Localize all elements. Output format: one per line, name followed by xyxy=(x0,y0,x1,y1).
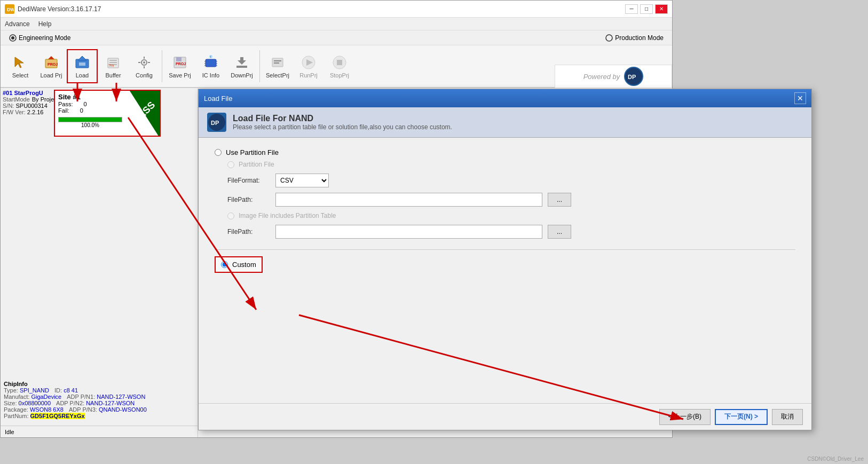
logo-area: Powered by DP xyxy=(555,65,672,88)
browse1-button[interactable]: ... xyxy=(548,193,571,207)
engineering-mode-radio[interactable]: Engineering Mode xyxy=(9,34,70,42)
stop-prj-icon xyxy=(331,54,348,71)
use-partition-radio-row: Use Partition File xyxy=(215,148,795,156)
dialog-header-icon: DP xyxy=(207,113,226,132)
use-partition-radio[interactable] xyxy=(215,149,222,156)
select-prj-label: SelectPrj xyxy=(266,72,289,78)
custom-option-wrapper: Custom xyxy=(215,256,795,273)
save-prj-button[interactable]: PROJ Save Prj xyxy=(164,49,195,83)
filepath1-row: FilePath: ... xyxy=(227,193,795,207)
next-button[interactable]: 下一页(N) > xyxy=(715,409,768,425)
run-prj-label: RunPrj xyxy=(299,72,318,78)
save-prj-icon: PROJ xyxy=(171,54,188,71)
dialog-title-bar: Load File ✕ xyxy=(199,89,811,107)
start-mode-row: StartMode By Project xyxy=(3,96,59,103)
config-button[interactable]: Config xyxy=(129,49,160,83)
svg-text:?rn: ?rn xyxy=(108,64,114,67)
sn-row: S/N: SPU000314 xyxy=(3,103,59,109)
config-label: Config xyxy=(136,72,153,78)
brand-icon: DP xyxy=(624,67,643,86)
back-button[interactable]: < 上一步(B) xyxy=(659,409,711,425)
start-mode-label: StartMode xyxy=(3,96,30,103)
chip-row-4: Package: WSON8 6X8 ADP P/N3: QNAND-WSON0… xyxy=(4,406,194,413)
use-partition-label: Use Partition File xyxy=(226,148,279,156)
menu-advance[interactable]: Advance xyxy=(5,20,30,28)
svg-point-4 xyxy=(606,35,612,41)
dialog-close-button[interactable]: ✕ xyxy=(794,92,806,104)
pkg-val: WSON8 6X8 xyxy=(30,406,64,413)
svg-rect-37 xyxy=(236,66,247,68)
fail-val: 0 xyxy=(80,107,83,114)
fw-val: 2.2.16 xyxy=(27,109,44,115)
dialog-header-subtitle: Please select a partition table file or … xyxy=(233,123,452,131)
image-file-sub-option: Image File includes Partition Table xyxy=(227,212,795,219)
fail-label: Fail: xyxy=(58,107,69,114)
id-val: c8 41 xyxy=(64,387,78,394)
svg-rect-36 xyxy=(240,57,243,61)
load-prj-label: Load Prj xyxy=(41,72,62,78)
left-panel: #01 StarProgU StartMode By Project S/N: … xyxy=(1,89,198,437)
engineering-mode-label: Engineering Mode xyxy=(19,34,70,42)
sn-val: SPU000314 xyxy=(15,103,47,109)
separator xyxy=(215,249,795,250)
dialog-body: Use Partition File Partition File FileFo… xyxy=(199,138,811,284)
load-icon xyxy=(74,54,91,71)
svg-rect-26 xyxy=(206,59,216,67)
svg-rect-11 xyxy=(79,62,85,66)
production-mode-radio[interactable]: Production Mode xyxy=(605,34,664,42)
down-prj-button[interactable]: DownPrj xyxy=(226,49,257,83)
progress-text: 100.0% xyxy=(58,122,122,128)
custom-radio[interactable] xyxy=(221,261,228,268)
browse2-button[interactable]: ... xyxy=(548,225,571,239)
pass-val: 0 xyxy=(84,101,87,107)
star-prog-info: #01 StarProgU StartMode By Project S/N: … xyxy=(3,90,59,115)
buffer-button[interactable]: ?rn Buffer xyxy=(98,49,129,83)
pkg-label: Package: xyxy=(4,406,28,413)
chip-row-2: Manufact: GigaDevice ADP P/N1: NAND-127-… xyxy=(4,394,194,400)
svg-point-18 xyxy=(143,61,145,64)
filepath2-input[interactable] xyxy=(275,225,542,239)
toolbar-divider-2 xyxy=(259,50,260,82)
load-file-dialog: Load File ✕ DP Load File For NAND Please… xyxy=(198,89,812,430)
filepath2-row: FilePath: ... xyxy=(227,225,795,239)
select-icon xyxy=(12,54,29,71)
star-prog-title: #01 StarProgU xyxy=(3,90,59,96)
partition-file-sub-option: Partition File xyxy=(227,161,795,168)
app-icon: DW xyxy=(5,4,14,14)
svg-rect-44 xyxy=(337,60,342,65)
main-toolbar: Select PROJ Load Prj xyxy=(1,45,672,88)
filepath1-input[interactable] xyxy=(275,193,542,207)
chip-row-1: Type: SPI_NAND ID: c8 41 xyxy=(4,387,194,394)
adp1-val: NAND-127-WSON xyxy=(97,394,145,400)
buffer-label: Buffer xyxy=(105,72,121,78)
svg-rect-24 xyxy=(176,57,182,61)
pass-label: Pass: xyxy=(58,101,73,107)
chip-info-section: ChipInfo Type: SPI_NAND ID: c8 41 Manufa… xyxy=(1,379,198,421)
fileformat-select[interactable]: CSV JSON XML xyxy=(275,174,329,187)
type-val: SPI_NAND xyxy=(20,387,49,394)
svg-text:DP: DP xyxy=(211,120,219,126)
run-prj-button[interactable]: RunPrj xyxy=(293,49,324,83)
config-icon xyxy=(136,54,153,71)
cancel-button[interactable]: 取消 xyxy=(772,409,803,425)
select-prj-icon xyxy=(269,54,286,71)
custom-label: Custom xyxy=(232,261,256,269)
select-button[interactable]: Select xyxy=(5,49,36,83)
close-button[interactable]: ✕ xyxy=(655,4,668,14)
svg-rect-39 xyxy=(274,60,281,61)
load-button[interactable]: Load xyxy=(67,49,98,83)
menu-help[interactable]: Help xyxy=(38,20,52,28)
ic-info-button[interactable]: i IC Info xyxy=(195,49,226,83)
run-prj-icon xyxy=(300,54,317,71)
stop-prj-button[interactable]: StopPrj xyxy=(324,49,355,83)
partition-file-radio[interactable] xyxy=(227,161,234,168)
chip-row-3: Size: 0x08800000 ADP P/N2: NAND-127-WSON xyxy=(4,400,194,406)
minimize-button[interactable]: ─ xyxy=(625,4,638,14)
maximize-button[interactable]: □ xyxy=(640,4,653,14)
load-prj-button[interactable]: PROJ Load Prj xyxy=(36,49,67,83)
filepath2-label: FilePath: xyxy=(227,228,270,235)
select-prj-button[interactable]: SelectPrj xyxy=(262,49,293,83)
image-file-radio[interactable] xyxy=(227,213,234,219)
down-prj-label: DownPrj xyxy=(231,72,253,78)
file-format-row: FileFormat: CSV JSON XML xyxy=(227,174,795,187)
